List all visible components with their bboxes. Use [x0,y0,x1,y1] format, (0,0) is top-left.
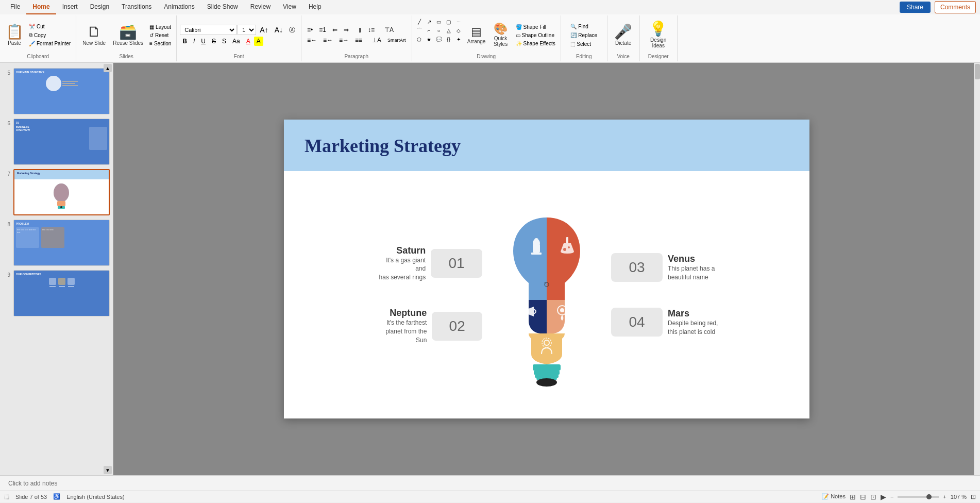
cut-button[interactable]: ✂️Cut [27,23,73,30]
format-painter-button[interactable]: 🖌️Format Painter [27,40,73,47]
shape-star[interactable]: ★ [425,35,433,43]
tab-design[interactable]: Design [84,0,115,14]
bullets-button[interactable]: ≡• [305,25,315,35]
dictate-button[interactable]: 🎤 Dictate [611,16,636,54]
bold-button[interactable]: B [180,37,190,46]
info-item-neptune[interactable]: Neptune It's the farthest planet from th… [374,308,482,344]
shape-circle[interactable]: ○ [435,26,443,35]
font-name-select[interactable]: Calibri [180,25,236,35]
fit-button[interactable]: ⊡ [971,493,976,500]
tab-view[interactable]: View [277,0,302,14]
numbering-button[interactable]: ≡1 [316,25,329,35]
shape-curve[interactable]: ⌒ [415,26,424,35]
shadow-button[interactable]: S [219,37,229,46]
font-color-button[interactable]: A [244,37,253,46]
shape-outline-button[interactable]: ▭Shape Outline [514,31,557,39]
line-spacing-button[interactable]: ↕≡ [365,25,377,35]
shape-diamond[interactable]: ◇ [454,26,463,35]
shape-rounded[interactable]: ▢ [445,18,453,26]
canvas-scroll-right[interactable] [974,63,980,475]
view-slide-sorter-button[interactable]: ⊟ [860,493,866,501]
reuse-slides-button[interactable]: 🗃️ Reuse Slides [110,16,146,54]
slide-thumb-9[interactable]: 9 OUR COMPETITORS [2,269,111,317]
shape-elbow[interactable]: ⌐ [425,26,433,35]
shape-callout[interactable]: 💬 [435,35,443,43]
clear-format-button[interactable]: Ⓐ [286,25,298,36]
info-item-venus[interactable]: 03 Venus This planet has a beautiful nam… [611,253,715,282]
info-item-mars[interactable]: 04 Mars Despite being red, this planet i… [611,308,718,337]
shape-line[interactable]: ╱ [415,18,424,26]
slide-thumb-5[interactable]: 5 OUR MAIN OBJECTIVE [2,67,111,115]
tab-review[interactable]: Review [244,0,277,14]
decrease-indent-button[interactable]: ⇐ [330,25,340,35]
view-reading-button[interactable]: ⊡ [870,493,876,501]
notes-bar[interactable]: Click to add notes [0,475,980,491]
align-left-button[interactable]: ≡← [305,36,319,45]
slide-title[interactable]: Marketing Strategy [305,135,461,157]
view-slideshow-button[interactable]: ▶ [881,493,886,501]
italic-button[interactable]: I [191,37,197,46]
slide-preview-8: PROBLEM text text text text text text te… [13,220,110,266]
notes-placeholder: Click to add notes [8,480,57,487]
tab-animations[interactable]: Animations [158,0,200,14]
saturn-text: Saturn It's a gas giant and has several … [374,245,426,282]
zoom-out-button[interactable]: − [890,494,893,500]
shape-misc[interactable]: ✦ [454,35,463,43]
replace-button[interactable]: 🔄Replace [568,31,599,39]
align-right-button[interactable]: ≡→ [336,36,351,45]
section-button[interactable]: ≡Section [147,40,173,47]
text-direction-button[interactable]: ⊤A [382,25,396,35]
find-button[interactable]: 🔍Find [568,23,599,30]
layout-button[interactable]: ▦Layout [147,23,173,31]
lightbulb-graphic[interactable] [487,192,606,398]
change-case-button[interactable]: Aa [230,37,243,46]
shape-arrow[interactable]: ↗ [425,18,433,26]
align-center-button[interactable]: ≡↔ [320,36,335,45]
tab-help[interactable]: Help [302,0,328,14]
design-ideas-button[interactable]: 💡 Design Ideas [643,16,674,54]
shape-rect[interactable]: ▭ [435,18,443,26]
select-button[interactable]: ⬚Select [568,40,599,48]
view-normal-button[interactable]: ⊞ [850,493,856,501]
reset-button[interactable]: ↺Reset [147,31,173,39]
tab-transitions[interactable]: Transitions [115,0,158,14]
arrange-button[interactable]: ▤ Arrange [465,16,488,54]
tab-slideshow[interactable]: Slide Show [201,0,244,14]
columns-button[interactable]: ⫿ [356,25,364,35]
paste-button[interactable]: 📋 Paste [3,16,26,54]
zoom-in-button[interactable]: + [943,494,946,500]
info-item-saturn[interactable]: Saturn It's a gas giant and has several … [374,245,482,282]
share-button[interactable]: Share [900,2,931,13]
comments-button[interactable]: Comments [935,1,976,13]
highlight-button[interactable]: A [254,37,263,46]
tab-home[interactable]: Home [26,0,56,14]
new-slide-button[interactable]: 🗋 New Slide [79,16,109,54]
tab-file[interactable]: File [4,0,26,14]
increase-font-button[interactable]: A↑ [257,25,271,35]
slide-thumb-7[interactable]: 7 Marketing Strategy [2,168,111,216]
shape-triangle[interactable]: △ [445,26,453,35]
decrease-font-button[interactable]: A↓ [272,25,285,35]
justify-button[interactable]: ≡≡ [352,36,365,45]
scroll-up-button[interactable]: ▲ [104,64,112,72]
strikethrough-button[interactable]: S [209,37,218,46]
shape-effects-button[interactable]: ✨Shape Effects [514,40,557,47]
shape-pentagon[interactable]: ⬠ [415,35,424,43]
notes-button[interactable]: 📝 Notes [822,493,846,500]
font-size-select[interactable]: 14 [238,25,256,35]
voice-group: 🎤 Dictate Voice [607,15,640,61]
shape-more[interactable]: ⋯ [454,18,463,26]
scroll-down-button[interactable]: ▼ [104,466,112,474]
copy-button[interactable]: ⧉Copy [27,31,73,39]
shape-brace[interactable]: {} [445,35,453,43]
align-text-button[interactable]: ⊥A [369,36,384,45]
zoom-slider[interactable] [898,496,939,498]
tab-insert[interactable]: Insert [56,0,84,14]
increase-indent-button[interactable]: ⇒ [341,25,351,35]
slide-thumb-6[interactable]: 6 01 BUSINESSOVERVIEW [2,118,111,166]
shape-fill-button[interactable]: 🪣Shape Fill [514,23,557,31]
slide-thumb-8[interactable]: 8 PROBLEM text text text text text text … [2,219,111,267]
underline-button[interactable]: U [198,37,208,46]
quick-styles-button[interactable]: 🎨 Quick Styles [489,16,512,54]
convert-smartart-button[interactable]: SmartArt [385,37,409,44]
